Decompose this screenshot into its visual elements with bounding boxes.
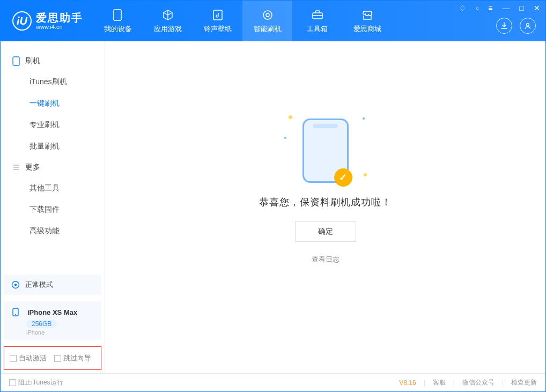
nav-label: 智能刷机 xyxy=(254,24,282,34)
main-nav: 我的设备应用游戏铃声壁纸智能刷机工具箱爱思商城 xyxy=(93,1,392,41)
success-illustration: ✓ xyxy=(302,119,349,183)
sidebar-group-flash: 刷机 xyxy=(1,51,105,71)
nav-label: 工具箱 xyxy=(307,24,328,34)
header-right xyxy=(496,18,536,34)
view-log-link[interactable]: 查看日志 xyxy=(312,255,340,264)
svg-point-10 xyxy=(15,314,16,315)
sidebar: 刷机 iTunes刷机一键刷机专业刷机批量刷机 更多 其他工具下载固件高级功能 … xyxy=(1,41,105,373)
minimize-icon[interactable]: — xyxy=(500,3,512,13)
shirt-icon[interactable]: ♢ xyxy=(457,3,468,13)
sidebar-item[interactable]: 下载固件 xyxy=(1,199,105,220)
sidebar-item[interactable]: 专业刷机 xyxy=(1,114,105,136)
nav-item-shop[interactable]: 爱思商城 xyxy=(342,1,392,41)
menu-icon[interactable]: ≡ xyxy=(486,3,495,13)
auto-activate-label: 自动激活 xyxy=(19,354,47,362)
skip-guide-checkbox[interactable]: 跳过向导 xyxy=(54,353,91,363)
device-icon xyxy=(111,8,125,22)
sidebar-group-title: 刷机 xyxy=(25,56,40,66)
sidebar-item[interactable]: 一键刷机 xyxy=(1,93,105,114)
svg-rect-1 xyxy=(213,10,222,20)
main-panel: ✓ 恭喜您，保资料刷机成功啦！ 确定 查看日志 xyxy=(105,41,545,373)
shop-icon xyxy=(360,8,374,22)
maximize-icon[interactable]: □ xyxy=(518,3,526,13)
window-mini-icon[interactable]: ▫ xyxy=(474,3,481,13)
auto-activate-checkbox[interactable]: 自动激活 xyxy=(10,353,47,363)
logo-cn: 爱思助手 xyxy=(36,12,83,24)
device-mode-label: 正常模式 xyxy=(25,280,53,290)
app-body: 刷机 iTunes刷机一键刷机专业刷机批量刷机 更多 其他工具下载固件高级功能 … xyxy=(1,41,545,373)
sidebar-item[interactable]: 其他工具 xyxy=(1,177,105,199)
cube-icon xyxy=(161,8,175,22)
mode-icon xyxy=(11,280,20,289)
app-header: iU 爱思助手 www.i4.cn 我的设备应用游戏铃声壁纸智能刷机工具箱爱思商… xyxy=(1,1,545,41)
logo-en: www.i4.cn xyxy=(36,24,83,30)
svg-point-3 xyxy=(266,13,269,17)
ok-button[interactable]: 确定 xyxy=(295,221,356,242)
nav-label: 铃声壁纸 xyxy=(204,24,232,34)
nav-label: 爱思商城 xyxy=(353,24,381,34)
download-button[interactable] xyxy=(496,18,512,34)
sidebar-item[interactable]: iTunes刷机 xyxy=(1,71,105,93)
logo-mark: iU xyxy=(12,11,32,31)
close-icon[interactable]: ✕ xyxy=(532,3,542,13)
option-row: 自动激活 跳过向导 xyxy=(4,346,101,370)
check-badge-icon: ✓ xyxy=(334,168,352,187)
window-controls: ♢ ▫ ≡ — □ ✕ xyxy=(457,3,542,13)
music-icon xyxy=(211,8,225,22)
footer-link-update[interactable]: 检查更新 xyxy=(511,378,537,387)
list-icon xyxy=(12,164,20,171)
nav-label: 我的设备 xyxy=(104,24,132,34)
nav-item-music[interactable]: 铃声壁纸 xyxy=(193,1,242,41)
logo-text: 爱思助手 www.i4.cn xyxy=(36,12,83,30)
block-itunes-label: 阻止iTunes运行 xyxy=(18,379,63,386)
user-icon xyxy=(524,22,532,29)
device-type: iPhone xyxy=(26,329,94,336)
logo: iU 爱思助手 www.i4.cn xyxy=(1,1,93,41)
nav-item-toolbox[interactable]: 工具箱 xyxy=(292,1,342,41)
sidebar-item[interactable]: 高级功能 xyxy=(1,220,105,242)
device-mode-card[interactable]: 正常模式 xyxy=(4,275,101,295)
gear-icon xyxy=(261,8,275,22)
sidebar-item[interactable]: 批量刷机 xyxy=(1,136,105,157)
toolbox-icon xyxy=(311,8,324,22)
svg-point-8 xyxy=(14,284,17,286)
footer: 阻止iTunes运行 V8.16 | 客服 | 微信公众号 | 检查更新 xyxy=(1,373,545,391)
phone-outline-icon xyxy=(12,56,20,66)
download-icon xyxy=(500,22,508,29)
user-button[interactable] xyxy=(520,18,536,34)
footer-link-support[interactable]: 客服 xyxy=(433,378,446,387)
nav-item-gear[interactable]: 智能刷机 xyxy=(242,1,292,41)
version-label: V8.16 xyxy=(399,379,416,387)
svg-rect-0 xyxy=(114,10,121,20)
nav-item-cube[interactable]: 应用游戏 xyxy=(143,1,193,41)
sidebar-group-title: 更多 xyxy=(25,162,40,172)
footer-link-wechat[interactable]: 微信公众号 xyxy=(462,378,495,387)
sidebar-group-more: 更多 xyxy=(1,157,105,177)
phone-icon xyxy=(11,308,20,316)
svg-rect-6 xyxy=(13,57,19,65)
device-name: iPhone XS Max xyxy=(27,308,77,316)
success-message: 恭喜您，保资料刷机成功啦！ xyxy=(259,196,392,209)
skip-guide-label: 跳过向导 xyxy=(63,354,91,362)
svg-point-5 xyxy=(527,24,529,26)
phone-graphic: ✓ xyxy=(302,119,349,183)
nav-label: 应用游戏 xyxy=(154,24,182,34)
nav-item-device[interactable]: 我的设备 xyxy=(93,1,143,41)
device-storage: 256GB xyxy=(26,320,57,328)
svg-point-2 xyxy=(263,11,272,19)
block-itunes-checkbox[interactable]: 阻止iTunes运行 xyxy=(9,378,63,387)
device-info-card[interactable]: iPhone XS Max 256GB iPhone xyxy=(4,301,101,340)
